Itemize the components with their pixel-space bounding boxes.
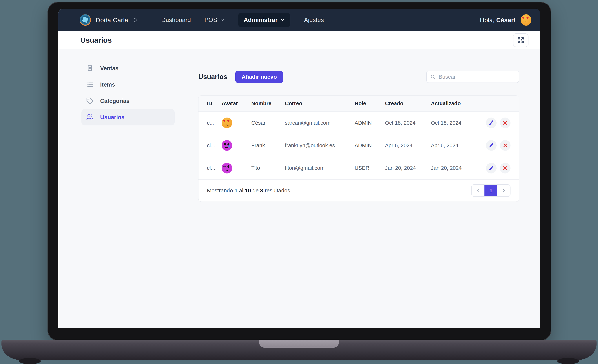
table-row: cl... Frank frankuyn@outlook.es ADMIN Ap… <box>199 134 519 157</box>
chevron-left-icon <box>475 188 481 193</box>
table-footer: Mostrando 1 al 10 de 3 resultados 1 <box>199 179 519 201</box>
store-name: Doña Carla <box>96 17 128 24</box>
column-header-correo: Correo <box>285 100 355 107</box>
nav-item-dashboard[interactable]: Dashboard <box>161 17 191 24</box>
row-avatar <box>222 163 232 174</box>
user-id: cl... <box>207 142 222 149</box>
top-navbar: Doña Carla Dashboard POS Administrar Aju… <box>58 9 540 31</box>
table-header-row: ID Avatar Nombre Correo Role Creado Actu… <box>199 96 519 112</box>
nav-links: Dashboard POS Administrar Ajustes <box>161 13 324 27</box>
column-header-creado: Creado <box>385 100 431 107</box>
delete-user-button[interactable] <box>500 140 510 151</box>
app-screen: Doña Carla Dashboard POS Administrar Aju… <box>58 9 540 328</box>
pagination-page-1-button[interactable]: 1 <box>484 185 497 196</box>
column-header-role: Role <box>355 100 385 107</box>
expand-arrows-icon <box>517 36 525 44</box>
user-email: sarcan@gmail.com <box>285 120 355 126</box>
user-avatar[interactable]: ♥♥ <box>521 14 532 26</box>
nav-item-pos[interactable]: POS <box>204 17 224 24</box>
pencil-icon <box>488 142 494 149</box>
row-avatar <box>222 140 232 151</box>
column-header-actualizado: Actualizado <box>431 100 484 107</box>
table-row: cl... Tito titon@gmail.com USER Jan 20, … <box>199 157 519 179</box>
user-email: titon@gmail.com <box>285 165 355 171</box>
delete-user-button[interactable] <box>500 163 510 174</box>
column-header-nombre: Nombre <box>251 100 285 107</box>
user-email: frankuyn@outlook.es <box>285 142 355 149</box>
search-icon <box>430 74 436 80</box>
column-header-id: ID <box>207 100 222 107</box>
user-role: ADMIN <box>355 142 385 149</box>
x-icon <box>503 143 508 148</box>
edit-user-button[interactable] <box>486 163 497 174</box>
user-created: Apr 6, 2024 <box>385 142 431 149</box>
user-updated: Apr 6, 2024 <box>431 142 484 149</box>
add-new-button[interactable]: Añadir nuevo <box>235 71 283 83</box>
edit-user-button[interactable] <box>486 117 497 128</box>
user-created: Jan 20, 2024 <box>385 165 431 171</box>
user-name: Frank <box>251 142 285 149</box>
user-role: USER <box>355 165 385 171</box>
chevron-right-icon <box>501 188 506 193</box>
row-actions <box>486 117 510 128</box>
user-greeting: Hola, César! <box>480 17 516 24</box>
pagination: 1 <box>471 184 510 197</box>
user-id: c... <box>207 120 222 126</box>
sidebar: Ventas Items Categorias U <box>82 60 175 125</box>
delete-user-button[interactable] <box>500 117 510 128</box>
laptop-foot <box>557 358 579 364</box>
search-box <box>426 71 519 83</box>
sidebar-item-usuarios[interactable]: Usuarios <box>82 109 175 125</box>
x-icon <box>503 120 508 125</box>
user-updated: Jan 20, 2024 <box>431 165 484 171</box>
toolbar: Usuarios Añadir nuevo <box>198 71 519 83</box>
list-icon <box>86 81 93 88</box>
user-role: ADMIN <box>355 120 385 126</box>
sidebar-item-categorias[interactable]: Categorias <box>82 93 175 109</box>
navbar-user-area: Hola, César! ♥♥ <box>480 14 532 26</box>
row-actions <box>486 163 510 174</box>
chevron-down-icon <box>280 18 285 22</box>
nav-item-administrar[interactable]: Administrar <box>238 13 290 27</box>
user-created: Oct 18, 2024 <box>385 120 431 126</box>
user-updated: Oct 18, 2024 <box>431 120 484 126</box>
store-selector[interactable]: Doña Carla <box>80 14 138 26</box>
users-table-card: ID Avatar Nombre Correo Role Creado Actu… <box>198 95 519 202</box>
page-header: Usuarios <box>58 31 540 49</box>
row-avatar: ♥♥ <box>222 117 232 128</box>
sidebar-item-items[interactable]: Items <box>82 76 175 93</box>
column-header-avatar: Avatar <box>222 100 251 107</box>
pencil-icon <box>488 120 494 126</box>
table-row: c... ♥♥ César sarcan@gmail.com ADMIN Oct… <box>199 112 519 134</box>
content-body: Ventas Items Categorias U <box>58 49 540 328</box>
users-icon <box>86 114 93 121</box>
main-panel: Usuarios Añadir nuevo ID Avatar Nombre C… <box>175 60 540 202</box>
page-title: Usuarios <box>80 36 112 44</box>
user-name: Tito <box>251 165 285 171</box>
laptop-base <box>1 339 597 360</box>
laptop-lid-notch <box>259 339 339 348</box>
user-name: César <box>251 120 285 126</box>
sidebar-item-ventas[interactable]: Ventas <box>82 60 175 76</box>
receipt-percent-icon <box>86 65 93 72</box>
tag-icon <box>86 97 93 105</box>
user-id: cl... <box>207 165 222 171</box>
laptop-foot <box>19 358 41 364</box>
search-input[interactable] <box>439 74 515 80</box>
pagination-prev-button[interactable] <box>472 185 484 196</box>
pencil-icon <box>488 165 494 171</box>
row-actions <box>486 140 510 151</box>
pagination-next-button[interactable] <box>497 185 510 196</box>
nav-item-ajustes[interactable]: Ajustes <box>304 17 324 24</box>
edit-user-button[interactable] <box>486 140 497 151</box>
section-heading: Usuarios <box>198 73 227 81</box>
chevron-down-icon <box>220 18 224 22</box>
x-icon <box>503 165 508 171</box>
fullscreen-button[interactable] <box>513 33 529 47</box>
chevron-up-down-icon <box>133 17 138 23</box>
app-logo <box>80 14 91 26</box>
results-summary: Mostrando 1 al 10 de 3 resultados <box>207 187 290 194</box>
